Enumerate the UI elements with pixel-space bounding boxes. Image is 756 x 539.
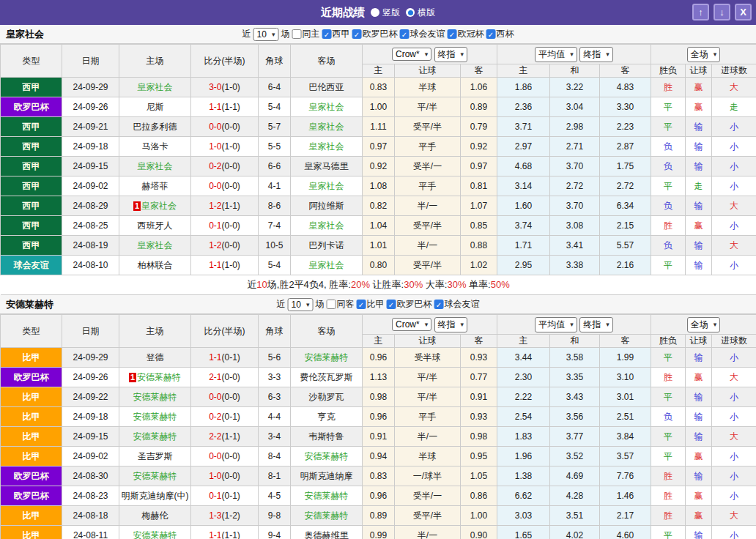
match-date: 24-08-23 <box>62 486 119 506</box>
halftime-score: (0-1) <box>222 352 240 363</box>
eu-provider-select[interactable]: 平均值▾ <box>535 47 577 62</box>
result-outcome: 平 <box>651 348 686 368</box>
home-team: 皇家社会 <box>119 78 191 97</box>
odds-provider-select[interactable]: Crow*▾ <box>392 48 431 61</box>
league-filter-checkbox[interactable]: ✓西杯 <box>486 28 514 40</box>
result-outcome: 胜 <box>651 368 686 387</box>
eu-odds-draw: 4.69 <box>550 466 600 486</box>
match-row[interactable]: 比甲 24-09-02 圣吉罗斯 0-0(0-0) 8-4 安德莱赫特 0.94… <box>1 447 756 466</box>
col-header-goals: 进球数 <box>712 335 756 348</box>
match-row[interactable]: 欧罗巴杯 24-09-26 尼斯 1-1(1-1) 5-4 皇家社会 1.00 … <box>1 97 756 117</box>
odds-away: 0.79 <box>461 117 497 137</box>
halftime-score: (0-0) <box>222 240 240 250</box>
col-header-eu-draw: 和 <box>550 64 600 78</box>
match-row[interactable]: 比甲 24-08-18 梅赫伦 1-3(1-2) 9-8 安德莱赫特 0.89 … <box>1 506 756 526</box>
match-row[interactable]: 比甲 24-09-29 登德 1-1(0-1) 5-6 安德莱赫特 0.96 受… <box>1 348 756 368</box>
away-team: 皇家社会 <box>291 97 363 117</box>
result-handicap: 赢 <box>686 97 712 117</box>
result-goals: 大 <box>712 427 756 447</box>
move-down-button[interactable]: ↓ <box>714 4 730 21</box>
league-filter-checkbox[interactable]: ✓球会友谊 <box>434 298 479 311</box>
score-cell: 2-1(0-0) <box>191 368 259 387</box>
match-row[interactable]: 比甲 24-09-15 安德莱赫特 2-2(1-1) 3-4 韦斯特鲁 0.91… <box>1 427 756 447</box>
eu-odds-away: 2.51 <box>600 407 651 427</box>
radio-vertical-layout[interactable]: 竖版 <box>371 7 400 19</box>
match-row[interactable]: 球会友谊 24-08-10 柏林联合 1-1(1-0) 5-4 皇家社会 0.8… <box>1 256 756 275</box>
league-filter-checkbox[interactable]: ✓欧冠杯 <box>447 28 483 40</box>
match-row[interactable]: 西甲 24-08-25 西班牙人 0-1(0-0) 7-4 皇家社会 1.04 … <box>1 216 756 236</box>
scope-select[interactable]: 全场▾ <box>687 317 721 332</box>
odds-handicap: 平/半 <box>395 97 461 117</box>
checkbox-icon: ✓ <box>447 29 456 39</box>
league-filter-checkbox[interactable]: 同主 <box>292 28 319 40</box>
fulltime-score: 1-1 <box>209 260 221 270</box>
home-team: 梅赫伦 <box>119 506 191 526</box>
result-outcome: 平 <box>651 97 686 117</box>
league-filter-checkbox[interactable]: ✓西甲 <box>322 28 349 40</box>
result-outcome: 平 <box>651 526 686 539</box>
result-outcome: 负 <box>651 137 686 157</box>
corners: 9-4 <box>259 526 291 539</box>
chevron-down-icon: ▾ <box>461 321 464 328</box>
col-header-eu-away: 客 <box>600 335 651 348</box>
league-filter-checkbox[interactable]: ✓欧罗巴杯 <box>386 298 431 311</box>
odds-home: 0.96 <box>363 348 395 368</box>
odds-stage-select[interactable]: 终指▾ <box>434 317 468 332</box>
match-row[interactable]: 西甲 24-08-29 1皇家社会 1-2(1-1) 8-6 阿拉维斯 0.82… <box>1 196 756 216</box>
home-team: 1安德莱赫特 <box>119 368 191 387</box>
result-outcome: 胜 <box>651 466 686 486</box>
odds-handicap: 半/一 <box>395 427 461 447</box>
checkbox-label: 西杯 <box>496 28 514 40</box>
summary-segment: 让胜率: <box>370 279 404 290</box>
eu-odds-home: 3.44 <box>497 348 550 368</box>
move-up-button[interactable]: ↑ <box>692 4 709 21</box>
score-cell: 1-1(1-1) <box>191 97 259 117</box>
summary-segment: 50% <box>491 279 510 290</box>
halftime-score: (0-1) <box>222 412 240 422</box>
match-row[interactable]: 欧罗巴杯 24-08-30 安德莱赫特 1-0(0-0) 8-1 明斯克迪纳摩 … <box>1 466 756 486</box>
eu-provider-select[interactable]: 平均值▾ <box>535 317 577 332</box>
match-row[interactable]: 比甲 24-09-18 安德莱赫特 0-2(0-1) 4-4 亨克 0.96 平… <box>1 407 756 427</box>
eu-stage-select[interactable]: 终指▾ <box>579 47 613 62</box>
match-row[interactable]: 西甲 24-09-18 马洛卡 1-0(1-0) 5-5 皇家社会 0.97 平… <box>1 137 756 157</box>
match-row[interactable]: 西甲 24-09-15 皇家社会 0-2(0-0) 6-6 皇家马德里 0.92… <box>1 157 756 176</box>
home-team: 安德莱赫特 <box>119 407 191 427</box>
match-row[interactable]: 欧罗巴杯 24-08-23 明斯克迪纳摩(中) 0-1(0-1) 4-5 安德莱… <box>1 486 756 506</box>
league-filter-checkbox[interactable]: ✓欧罗巴杯 <box>352 28 397 40</box>
match-row[interactable]: 欧罗巴杯 24-09-26 1安德莱赫特 2-1(0-0) 3-3 费伦茨瓦罗斯… <box>1 368 756 387</box>
near-count-select[interactable]: 10 ▾ <box>253 28 279 41</box>
league-type-cell: 欧罗巴杯 <box>1 466 62 486</box>
chevron-down-icon: ▾ <box>714 51 717 58</box>
league-filter-checkbox[interactable]: ✓比甲 <box>356 298 384 311</box>
score-cell: 0-2(0-0) <box>191 157 259 176</box>
fulltime-score: 0-0 <box>209 181 221 191</box>
match-row[interactable]: 西甲 24-09-02 赫塔菲 0-0(0-0) 4-1 皇家社会 1.08 平… <box>1 176 756 196</box>
odds-stage-select[interactable]: 终指▾ <box>434 47 468 62</box>
match-row[interactable]: 比甲 24-08-11 安德莱赫特 1-1(1-1) 9-4 奥德赫维里 0.9… <box>1 526 756 539</box>
match-date: 24-09-02 <box>62 176 119 196</box>
odds-provider-select[interactable]: Crow*▾ <box>392 318 431 331</box>
scope-select[interactable]: 全场▾ <box>687 47 721 62</box>
match-row[interactable]: 西甲 24-09-29 皇家社会 3-0(1-0) 6-4 巴伦西亚 0.83 … <box>1 78 756 97</box>
league-filter-checkbox[interactable]: ✓球会友谊 <box>399 28 445 40</box>
score-cell: 1-1(1-1) <box>191 526 259 539</box>
result-handicap: 赢 <box>686 216 712 236</box>
league-type-cell: 西甲 <box>1 137 62 157</box>
radio-icon <box>371 8 379 17</box>
eu-odds-draw: 3.51 <box>550 506 600 526</box>
arrow-down-icon: ↓ <box>719 7 724 18</box>
score-cell: 0-1(0-0) <box>191 216 259 236</box>
result-goals: 小 <box>712 256 756 275</box>
near-count-select[interactable]: 10 ▾ <box>288 298 314 311</box>
close-button[interactable]: X <box>735 4 752 21</box>
match-row[interactable]: 比甲 24-09-22 安德莱赫特 0-0(0-0) 6-3 沙勒罗瓦 0.98… <box>1 387 756 407</box>
match-row[interactable]: 西甲 24-08-19 皇家社会 1-2(0-0) 10-5 巴列卡诺 1.01… <box>1 236 756 256</box>
corners: 5-5 <box>259 137 291 157</box>
radio-horizontal-layout[interactable]: 横版 <box>406 7 435 19</box>
eu-stage-select[interactable]: 终指▾ <box>579 317 613 332</box>
league-filter-checkbox[interactable]: 同客 <box>326 298 354 311</box>
odds-away: 1.00 <box>461 506 497 526</box>
match-date: 24-09-26 <box>62 97 119 117</box>
score-cell: 3-0(1-0) <box>191 78 259 97</box>
match-row[interactable]: 西甲 24-09-21 巴拉多利德 0-0(0-0) 5-7 皇家社会 1.11… <box>1 117 756 137</box>
